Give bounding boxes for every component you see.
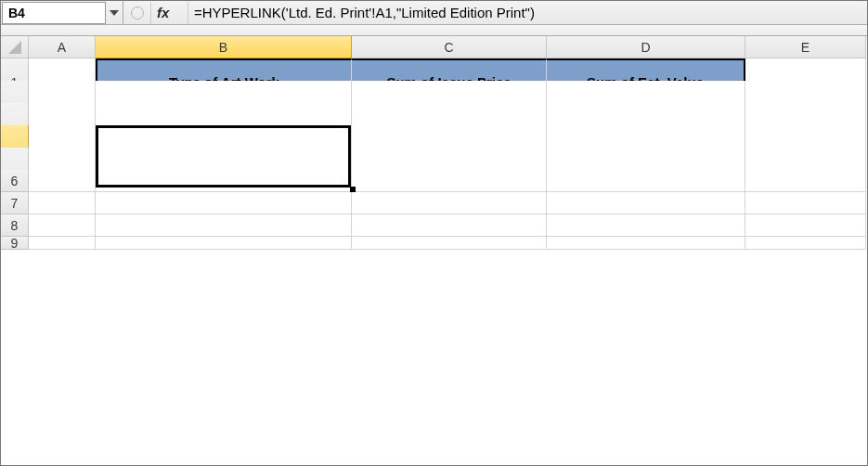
cell-a8[interactable] bbox=[29, 214, 96, 237]
col-header-e[interactable]: E bbox=[745, 36, 866, 58]
cell-a9[interactable] bbox=[29, 237, 96, 250]
cell-b9[interactable] bbox=[96, 237, 352, 250]
toolbar-strip bbox=[1, 25, 867, 36]
row-header-8[interactable]: 8 bbox=[1, 214, 29, 237]
formula-input[interactable] bbox=[188, 2, 867, 24]
cell-b7[interactable] bbox=[96, 192, 352, 214]
row-header-9[interactable]: 9 bbox=[1, 237, 29, 250]
cell-c7[interactable] bbox=[352, 192, 547, 214]
col-header-c[interactable]: C bbox=[352, 36, 547, 58]
cell-d6[interactable] bbox=[547, 170, 745, 192]
cell-d9[interactable] bbox=[547, 237, 745, 250]
row-header-6[interactable]: 6 bbox=[1, 170, 29, 192]
row-header-7[interactable]: 7 bbox=[1, 192, 29, 214]
cell-c6[interactable] bbox=[352, 170, 547, 192]
cell-e9[interactable] bbox=[745, 237, 866, 250]
col-header-d[interactable]: D bbox=[547, 36, 745, 58]
worksheet-grid: A B C D E 1 Type of Art Work Sum of Issu… bbox=[1, 36, 867, 259]
name-box bbox=[1, 1, 123, 24]
cell-e6[interactable] bbox=[745, 170, 866, 192]
col-header-a[interactable]: A bbox=[29, 36, 96, 58]
select-all-corner[interactable] bbox=[1, 36, 29, 58]
cell-a6[interactable] bbox=[29, 170, 96, 192]
cell-e8[interactable] bbox=[745, 214, 866, 237]
cell-b6[interactable] bbox=[96, 170, 352, 192]
col-header-b[interactable]: B bbox=[96, 36, 352, 58]
cell-c8[interactable] bbox=[352, 214, 547, 237]
insert-function-button[interactable]: fx bbox=[151, 2, 188, 24]
fill-handle[interactable] bbox=[350, 187, 356, 192]
cell-b8[interactable] bbox=[96, 214, 352, 237]
cancel-formula-button[interactable] bbox=[123, 2, 151, 24]
formula-bar: fx bbox=[123, 1, 867, 24]
cell-d7[interactable] bbox=[547, 192, 745, 214]
cell-a7[interactable] bbox=[29, 192, 96, 214]
cell-e7[interactable] bbox=[745, 192, 866, 214]
cell-d8[interactable] bbox=[547, 214, 745, 237]
formula-bar-row: fx bbox=[1, 1, 867, 25]
name-box-input[interactable] bbox=[2, 2, 106, 24]
name-box-dropdown[interactable] bbox=[106, 10, 123, 16]
cell-c9[interactable] bbox=[352, 237, 547, 250]
